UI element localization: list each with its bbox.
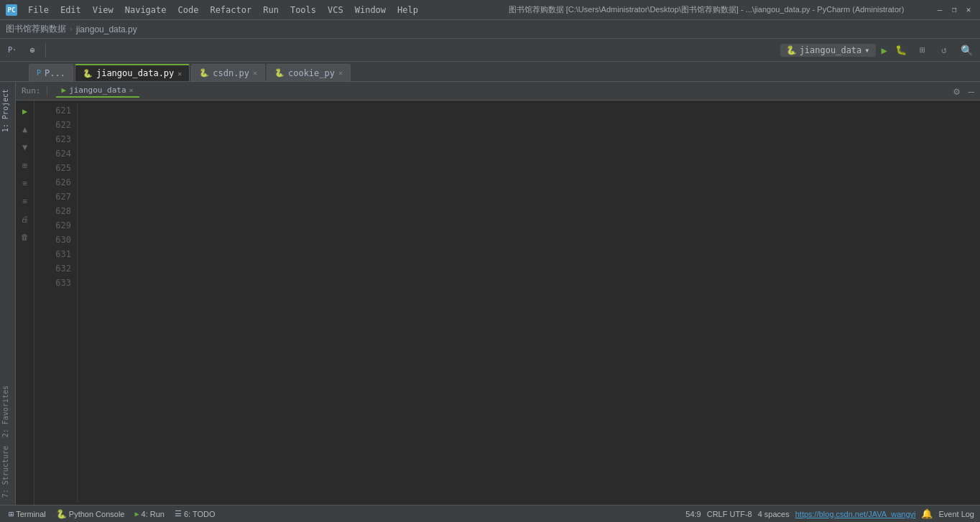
debug-button[interactable]: 🐛 <box>892 41 910 60</box>
run-tab-close[interactable]: ✕ <box>129 86 134 94</box>
print-button[interactable]: 🖨 <box>17 211 33 227</box>
status-bar-right: 54:9 CRLF UTF-8 4 spaces https://blog.cs… <box>685 508 974 519</box>
menu-view[interactable]: View <box>88 4 119 17</box>
line-num-blank2 <box>40 304 71 319</box>
rerun-button[interactable]: ▶ <box>17 103 33 119</box>
breadcrumb-file[interactable]: jiangou_data.py <box>76 24 137 34</box>
menu-tools[interactable]: Tools <box>285 4 321 17</box>
line-num-626: 626 <box>40 175 71 190</box>
line-num-blank3 <box>40 319 71 333</box>
menu-window[interactable]: Window <box>350 4 391 17</box>
file-tab-cookie[interactable]: 🐍 cookie_py ✕ <box>267 64 351 81</box>
todo-button[interactable]: ☰ 6: TODO <box>172 509 218 518</box>
indent-info[interactable]: 4 spaces <box>758 510 790 518</box>
minimize-button[interactable]: — <box>934 4 946 16</box>
file-tab-cookie-label: cookie_py <box>288 68 335 78</box>
output-line-624 <box>86 257 971 271</box>
python-console-icon: 🐍 <box>56 509 67 519</box>
wrap-button[interactable]: ⊞ <box>17 157 33 173</box>
output-line-625 <box>86 299 971 313</box>
file-tab-p[interactable]: P P... <box>29 64 73 81</box>
file-tab-csdn-close[interactable]: ✕ <box>253 69 257 77</box>
event-log-label[interactable]: Event Log <box>938 510 974 518</box>
menu-bar: File Edit View Navigate Code Refactor Ru… <box>23 4 479 17</box>
status-bar: ⊞ Terminal 🐍 Python Console ▶ 4: Run ☰ 6… <box>0 505 980 522</box>
maximize-button[interactable]: ❐ <box>948 4 960 16</box>
output-text-area: 已导出到Excel表格！ Process finished with exit … <box>78 103 980 502</box>
run-button[interactable]: ▶ <box>880 43 889 57</box>
run-output-tab[interactable]: ▶ jiangou_data ✕ <box>56 84 139 98</box>
menu-vcs[interactable]: VCS <box>323 4 348 17</box>
left-sidebar: 1: Project 2: Favorites 7: Structure <box>0 82 16 505</box>
todo-icon: ☰ <box>175 509 182 518</box>
python-console-label: Python Console <box>69 510 125 518</box>
menu-refactor[interactable]: Refactor <box>205 4 256 17</box>
window-title: 图书馆荐购数据 [C:\Users\Administrator\Desktop\… <box>509 5 905 14</box>
clear-button[interactable]: 🗑 <box>17 229 33 245</box>
sidebar-tab-favorites[interactable]: 2: Favorites <box>0 381 16 442</box>
terminal-button[interactable]: ⊞ Terminal <box>6 509 49 519</box>
toolbar-right: ▶ 🐛 ⊞ ↺ 🔍 <box>880 41 977 60</box>
menu-edit[interactable]: Edit <box>55 4 86 17</box>
output-line-622 <box>86 173 971 187</box>
file-tabs-bar: P P... 🐍 jiangou_data.py ✕ 🐍 csdn.py ✕ 🐍… <box>0 62 980 82</box>
line-num-628: 628 <box>40 204 71 218</box>
run-status-button[interactable]: ▶ 4: Run <box>131 510 167 518</box>
scroll-down-button[interactable]: ▼ <box>17 139 33 155</box>
coverage-button[interactable]: ⊞ <box>913 41 932 60</box>
menu-run[interactable]: Run <box>258 4 284 17</box>
app-icon: PC <box>6 4 17 16</box>
breadcrumb-project[interactable]: 图书馆荐购数据 <box>6 23 66 35</box>
status-bar-left: ⊞ Terminal 🐍 Python Console ▶ 4: Run ☰ 6… <box>6 509 680 519</box>
run-side-controls: ▶ ▲ ▼ ⊞ ≡ ≡ 🖨 🗑 <box>16 101 34 505</box>
python-console-button[interactable]: 🐍 Python Console <box>53 509 128 519</box>
file-tab-cookie-close[interactable]: ✕ <box>338 69 343 77</box>
run-label: Run: <box>22 86 41 95</box>
line-num-blank1 <box>40 290 71 304</box>
output-panel: Run: ▶ jiangou_data ✕ ⚙ — ▶ ▲ ▼ ⊞ ≡ ≡ 🖨 … <box>16 82 980 505</box>
profile-button[interactable]: ↺ <box>935 41 953 60</box>
search-everywhere-button[interactable]: 🔍 <box>956 43 977 57</box>
sidebar-tab-project[interactable]: 1: Project <box>0 85 16 136</box>
line-num-621: 621 <box>40 103 71 118</box>
main-area: 1: Project 2: Favorites 7: Structure Run… <box>0 82 980 505</box>
group-button[interactable]: ≡ <box>17 193 33 209</box>
run-panel-header: Run: ▶ jiangou_data ✕ ⚙ — <box>16 82 980 101</box>
file-tab-jiangou-close[interactable]: ✕ <box>177 70 182 78</box>
sort-button[interactable]: ≡ <box>17 175 33 191</box>
line-num-627: 627 <box>40 190 71 204</box>
file-tab-p-label: P... <box>45 68 65 78</box>
cursor-position[interactable]: 54:9 <box>685 510 701 518</box>
file-tab-jiangou-label: jiangou_data.py <box>96 68 174 78</box>
menu-file[interactable]: File <box>23 4 54 17</box>
run-minimize-icon[interactable]: — <box>969 85 974 97</box>
breadcrumb-bar: 图书馆荐购数据 › jiangou_data.py <box>0 20 980 39</box>
sidebar-tab-structure[interactable]: 7: Structure <box>0 442 16 502</box>
run-config-selector[interactable]: 🐍 jiangou_data ▾ <box>780 44 876 57</box>
toolbar-btn-2[interactable]: ⊕ <box>23 41 42 60</box>
line-num-631: 631 <box>40 247 71 261</box>
link-text[interactable]: https://blog.csdn.net/JAVA_wangyi <box>795 510 916 518</box>
line-num-625: 625 <box>40 161 71 175</box>
toolbar-btn-1[interactable]: P· <box>3 41 22 60</box>
run-tab-icon: ▶ <box>62 85 67 95</box>
terminal-label: Terminal <box>16 510 46 518</box>
line-num-622: 622 <box>40 118 71 132</box>
line-num-629: 629 <box>40 218 71 233</box>
file-tab-csdn[interactable]: 🐍 csdn.py ✕ <box>191 64 265 81</box>
line-num-633: 633 <box>40 276 71 290</box>
menu-code[interactable]: Code <box>173 4 204 17</box>
file-tab-jiangou[interactable]: 🐍 jiangou_data.py ✕ <box>75 64 190 81</box>
terminal-icon: ⊞ <box>9 509 14 519</box>
output-line-627 <box>86 383 971 397</box>
run-settings-icon[interactable]: ⚙ <box>953 85 959 97</box>
output-line-626 <box>86 340 971 355</box>
file-tab-jiangou-icon: 🐍 <box>83 69 93 78</box>
line-separator[interactable]: CRLF UTF-8 <box>707 510 752 518</box>
menu-help[interactable]: Help <box>392 4 423 17</box>
output-content: 621 622 623 624 625 626 627 628 629 630 … <box>34 101 980 505</box>
close-button[interactable]: ✕ <box>963 4 974 16</box>
output-line-621 <box>86 131 971 145</box>
menu-navigate[interactable]: Navigate <box>120 4 172 17</box>
scroll-up-button[interactable]: ▲ <box>17 121 33 137</box>
